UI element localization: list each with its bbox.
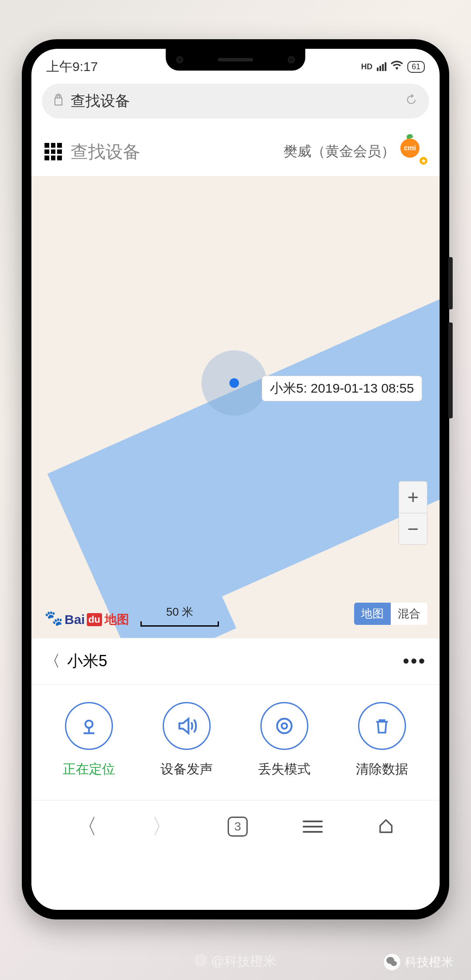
trash-icon xyxy=(358,702,406,750)
action-locate-label: 正在定位 xyxy=(63,760,115,778)
status-time: 上午9:17 xyxy=(46,58,98,76)
action-erase-label: 清除数据 xyxy=(356,760,408,778)
app-title: 查找设备 xyxy=(71,140,275,164)
wechat-icon xyxy=(384,954,400,970)
sound-icon xyxy=(163,702,211,750)
scale-bar-icon xyxy=(140,621,219,627)
menu-grid-icon[interactable] xyxy=(44,143,62,160)
user-info[interactable]: 樊威（黄金会员） cmi ★ xyxy=(283,139,427,165)
browser-bottom-nav: 〈 〉 3 xyxy=(31,800,440,858)
watermark-wechat: 科技橙米 xyxy=(384,954,454,970)
paw-icon: 🐾 xyxy=(44,609,63,627)
target-icon xyxy=(260,702,308,750)
svg-point-2 xyxy=(282,723,287,729)
location-marker[interactable] xyxy=(201,350,267,416)
wifi-icon xyxy=(391,61,403,73)
browser-address-bar[interactable]: 查找设备 xyxy=(42,84,429,119)
battery-indicator: 61 xyxy=(407,61,425,73)
locate-icon xyxy=(65,702,113,750)
nav-menu-button[interactable] xyxy=(303,821,323,833)
location-callout[interactable]: 小米5: 2019-01-13 08:55 xyxy=(262,376,422,401)
screen: 上午9:17 HD 61 查找设备 xyxy=(31,49,440,910)
app-header: 查找设备 樊威（黄金会员） cmi ★ xyxy=(31,125,440,176)
user-name: 樊威（黄金会员） xyxy=(283,142,395,161)
action-erase[interactable]: 清除数据 xyxy=(356,702,408,778)
side-button xyxy=(448,257,453,309)
phone-frame: 上午9:17 HD 61 查找设备 xyxy=(22,39,449,919)
action-lost-label: 丢失模式 xyxy=(258,760,311,778)
chevron-left-icon: 〈 xyxy=(44,651,60,672)
location-dot-icon xyxy=(229,378,239,388)
phone-notch xyxy=(166,49,305,71)
zoom-controls: + − xyxy=(399,481,427,545)
svg-point-0 xyxy=(85,721,93,728)
nav-back-button[interactable]: 〈 xyxy=(76,813,97,841)
map-scale: 50 米 xyxy=(140,604,219,627)
layer-map[interactable]: 地图 xyxy=(354,603,391,625)
reload-icon[interactable] xyxy=(405,93,418,109)
hd-indicator: HD xyxy=(361,62,372,71)
device-back[interactable]: 〈 小米5 xyxy=(44,651,107,672)
map-area[interactable]: 小米5: 2019-01-13 08:55 + − 地图 混合 🐾 Baidu地… xyxy=(31,176,440,638)
action-sound[interactable]: 设备发声 xyxy=(160,702,213,778)
nav-forward-button[interactable]: 〉 xyxy=(152,813,173,841)
signal-icon xyxy=(377,62,386,71)
lock-icon xyxy=(53,94,64,109)
address-bar-title: 查找设备 xyxy=(71,91,398,111)
svg-point-1 xyxy=(277,719,291,733)
zoom-in-button[interactable]: + xyxy=(399,482,427,513)
nav-tabs-button[interactable]: 3 xyxy=(228,817,248,837)
action-sound-label: 设备发声 xyxy=(160,760,213,778)
device-bar: 〈 小米5 ••• xyxy=(31,638,440,684)
baidu-map-logo: 🐾 Baidu地图 xyxy=(44,611,129,628)
nav-home-button[interactable] xyxy=(377,817,395,836)
layer-hybrid[interactable]: 混合 xyxy=(391,603,427,625)
side-button xyxy=(448,322,453,418)
action-lost[interactable]: 丢失模式 xyxy=(258,702,311,778)
map-layer-toggle[interactable]: 地图 混合 xyxy=(354,603,427,625)
zoom-out-button[interactable]: − xyxy=(399,513,427,544)
action-locate[interactable]: 正在定位 xyxy=(63,702,115,778)
more-menu-button[interactable]: ••• xyxy=(403,651,427,671)
device-name: 小米5 xyxy=(67,651,107,672)
scale-label: 50 米 xyxy=(166,604,193,620)
avatar-icon: cmi ★ xyxy=(400,139,427,165)
action-row: 正在定位 设备发声 丢失模式 清除数据 xyxy=(31,684,440,800)
